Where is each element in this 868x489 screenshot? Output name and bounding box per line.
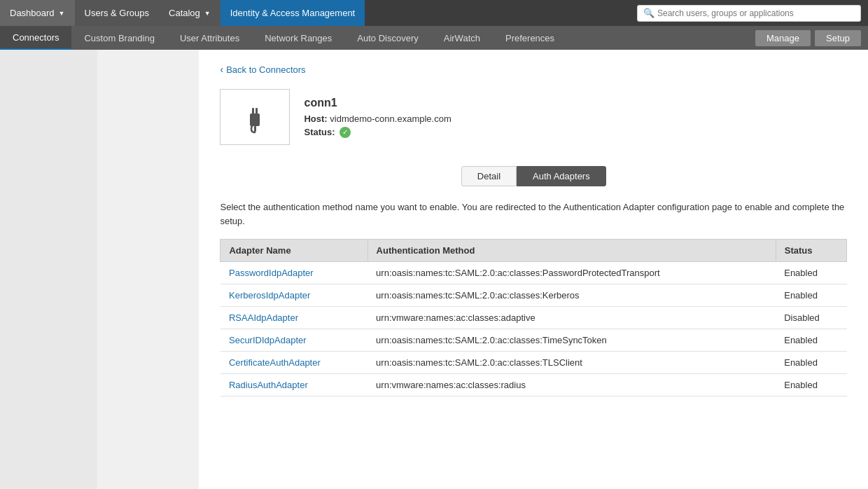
table-row: PasswordIdpAdapterurn:oasis:names:tc:SAM… <box>220 262 847 284</box>
table-row: SecurIDIdpAdapterurn:oasis:names:tc:SAML… <box>220 329 847 352</box>
table-row: CertificateAuthAdapterurn:oasis:names:tc… <box>220 352 847 374</box>
table-row: KerberosIdpAdapterurn:oasis:names:tc:SAM… <box>220 284 847 307</box>
top-nav-left: Dashboard ▼ Users & Groups Catalog ▼ Ide… <box>0 0 637 26</box>
col-header-status: Status <box>776 240 846 262</box>
table-body: PasswordIdpAdapterurn:oasis:names:tc:SAM… <box>220 262 847 397</box>
adapter-name-cell: RSAAIdpAdapter <box>220 307 368 329</box>
table-header: Adapter Name Authentication Method Statu… <box>220 240 847 262</box>
back-link-label: Back to Connectors <box>226 64 305 75</box>
tab-auth-adapters[interactable]: Auth Adapters <box>517 166 606 186</box>
back-link[interactable]: ‹ Back to Connectors <box>220 64 847 75</box>
connector-host-line: Host: vidmdemo-conn.example.com <box>304 113 451 124</box>
adapter-name-link[interactable]: CertificateAuthAdapter <box>229 357 321 368</box>
adapter-name-cell: RadiusAuthAdapter <box>220 374 368 397</box>
nav-btn-users-groups[interactable]: Users & Groups <box>75 0 159 26</box>
status-cell: Enabled <box>776 374 846 397</box>
manage-label: Manage <box>766 33 799 43</box>
manage-button[interactable]: Manage <box>755 30 811 46</box>
second-nav-label-connectors: Connectors <box>13 32 59 43</box>
host-value: vidmdemo-conn.example.com <box>330 113 451 124</box>
tab-auth-adapters-label: Auth Adapters <box>533 171 590 181</box>
content-panel: ‹ Back to Connectors <box>199 50 868 489</box>
nav-label-catalog: Catalog <box>169 8 200 18</box>
second-nav-connectors[interactable]: Connectors <box>0 26 71 50</box>
search-input[interactable] <box>657 8 855 18</box>
second-nav-user-attributes[interactable]: User Attributes <box>167 26 252 50</box>
catalog-arrow-icon: ▼ <box>204 10 211 17</box>
search-box: 🔍 <box>637 5 861 22</box>
adapter-name-link[interactable]: RadiusAuthAdapter <box>229 380 308 390</box>
status-cell: Enabled <box>776 284 846 307</box>
setup-label: Setup <box>826 33 850 43</box>
second-nav-preferences[interactable]: Preferences <box>493 26 567 50</box>
tab-detail-label: Detail <box>477 171 500 181</box>
adapter-name-link[interactable]: SecurIDIdpAdapter <box>229 335 307 345</box>
status-cell: Enabled <box>776 352 846 374</box>
second-nav-auto-discovery[interactable]: Auto Discovery <box>344 26 430 50</box>
connector-header: conn1 Host: vidmdemo-conn.example.com St… <box>220 89 847 145</box>
main-content: ‹ Back to Connectors <box>0 50 868 489</box>
second-nav-label-custom-branding: Custom Branding <box>84 33 154 43</box>
nav-btn-catalog[interactable]: Catalog ▼ <box>159 0 220 26</box>
auth-method-cell: urn:vmware:names:ac:classes:radius <box>368 374 776 397</box>
status-cell: Disabled <box>776 307 846 329</box>
setup-button[interactable]: Setup <box>815 30 861 46</box>
connector-icon-box <box>220 89 290 145</box>
plug-icon <box>236 98 274 136</box>
adapter-name-link[interactable]: PasswordIdpAdapter <box>229 268 314 278</box>
second-nav-left: Connectors Custom Branding User Attribut… <box>0 26 755 50</box>
top-nav-right: 🔍 <box>637 5 868 22</box>
connector-info: conn1 Host: vidmdemo-conn.example.com St… <box>304 97 451 138</box>
top-nav: Dashboard ▼ Users & Groups Catalog ▼ Ide… <box>0 0 868 26</box>
second-nav: Connectors Custom Branding User Attribut… <box>0 26 868 50</box>
col-header-adapter-name: Adapter Name <box>220 240 368 262</box>
status-cell: Enabled <box>776 262 846 284</box>
second-nav-custom-branding[interactable]: Custom Branding <box>71 26 167 50</box>
adapter-name-cell: CertificateAuthAdapter <box>220 352 368 374</box>
second-nav-label-preferences: Preferences <box>505 33 554 43</box>
second-nav-label-airwatch: AirWatch <box>444 33 480 43</box>
adapter-name-cell: SecurIDIdpAdapter <box>220 329 368 352</box>
sidebar <box>0 50 97 489</box>
adapter-name-link[interactable]: RSAAIdpAdapter <box>229 312 298 323</box>
layout: ‹ Back to Connectors <box>0 50 868 489</box>
tab-row: Detail Auth Adapters <box>220 166 847 186</box>
table-header-row: Adapter Name Authentication Method Statu… <box>220 240 847 262</box>
search-icon: 🔍 <box>643 8 654 18</box>
table-row: RadiusAuthAdapterurn:vmware:names:ac:cla… <box>220 374 847 397</box>
table-row: RSAAIdpAdapterurn:vmware:names:ac:classe… <box>220 307 847 329</box>
status-cell: Enabled <box>776 329 846 352</box>
nav-label-users-groups: Users & Groups <box>85 8 149 18</box>
second-nav-label-user-attributes: User Attributes <box>180 33 239 43</box>
svg-rect-2 <box>255 108 258 115</box>
second-nav-network-ranges[interactable]: Network Ranges <box>252 26 344 50</box>
svg-rect-3 <box>254 126 256 132</box>
second-nav-label-auto-discovery: Auto Discovery <box>357 33 418 43</box>
auth-method-cell: urn:oasis:names:tc:SAML:2.0:ac:classes:K… <box>368 284 776 307</box>
status-label: Status: <box>304 127 335 137</box>
nav-label-identity-access: Identity & Access Management <box>230 8 355 18</box>
auth-method-cell: urn:oasis:names:tc:SAML:2.0:ac:classes:P… <box>368 262 776 284</box>
dashboard-arrow-icon: ▼ <box>59 10 65 17</box>
second-nav-airwatch[interactable]: AirWatch <box>431 26 493 50</box>
adapter-name-cell: KerberosIdpAdapter <box>220 284 368 307</box>
nav-label-dashboard: Dashboard <box>10 8 55 18</box>
col-header-auth-method: Authentication Method <box>368 240 776 262</box>
host-label: Host: <box>304 113 327 124</box>
svg-rect-1 <box>252 108 254 115</box>
connector-status-line: Status: ✓ <box>304 127 451 138</box>
nav-btn-dashboard[interactable]: Dashboard ▼ <box>0 0 75 26</box>
back-chevron-icon: ‹ <box>220 64 223 75</box>
auth-method-cell: urn:oasis:names:tc:SAML:2.0:ac:classes:T… <box>368 352 776 374</box>
status-green-icon: ✓ <box>340 127 351 138</box>
connector-name: conn1 <box>304 97 451 109</box>
second-nav-right: Manage Setup <box>755 30 868 46</box>
auth-method-cell: urn:oasis:names:tc:SAML:2.0:ac:classes:T… <box>368 329 776 352</box>
adapters-table: Adapter Name Authentication Method Statu… <box>220 239 847 397</box>
tab-detail[interactable]: Detail <box>461 166 517 186</box>
auth-method-cell: urn:vmware:names:ac:classes:adaptive <box>368 307 776 329</box>
nav-btn-identity-access[interactable]: Identity & Access Management <box>220 0 365 26</box>
adapter-name-cell: PasswordIdpAdapter <box>220 262 368 284</box>
adapter-name-link[interactable]: KerberosIdpAdapter <box>229 290 310 301</box>
second-nav-label-network-ranges: Network Ranges <box>265 33 332 43</box>
